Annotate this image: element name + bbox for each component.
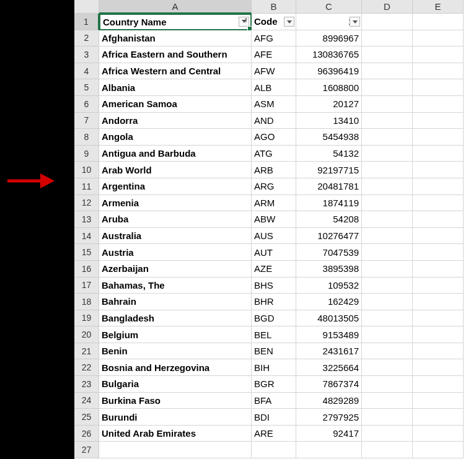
cell[interactable]: Antigua and Barbuda [99, 146, 252, 162]
cell[interactable]: American Samoa [99, 96, 252, 113]
cell[interactable]: 162429 [296, 294, 362, 310]
cell[interactable]: 2431617 [296, 343, 362, 360]
cell[interactable] [413, 244, 464, 261]
cell[interactable] [413, 261, 464, 278]
cell[interactable] [413, 113, 464, 129]
cell[interactable] [362, 359, 413, 376]
cell[interactable] [362, 79, 413, 96]
cell[interactable]: Andorra [99, 113, 252, 129]
cell[interactable]: AGO [252, 129, 296, 146]
cell[interactable] [413, 442, 464, 458]
cell[interactable] [362, 129, 413, 146]
cell[interactable] [362, 278, 413, 294]
cell[interactable] [362, 426, 413, 442]
cell[interactable]: 5454938 [296, 129, 362, 146]
cell[interactable]: Afghanistan [99, 30, 252, 47]
cell[interactable] [413, 294, 464, 310]
cell[interactable]: Bahrain [99, 294, 252, 310]
cell[interactable] [362, 195, 413, 212]
cell[interactable]: Bosnia and Herzegovina [99, 359, 252, 376]
cell[interactable] [413, 146, 464, 162]
cell[interactable]: Bulgaria [99, 376, 252, 393]
cell[interactable]: BFA [252, 393, 296, 409]
cell[interactable] [413, 211, 464, 228]
cell[interactable]: AFW [252, 63, 296, 80]
cell[interactable]: BGR [252, 376, 296, 393]
cell[interactable] [252, 442, 296, 458]
cell[interactable] [413, 96, 464, 113]
cell[interactable] [413, 79, 464, 96]
cell-b1[interactable]: Code [252, 14, 296, 30]
cell[interactable] [413, 129, 464, 146]
cell[interactable] [296, 442, 362, 458]
row-header[interactable]: 18 [74, 294, 99, 310]
row-header[interactable]: 8 [74, 129, 99, 146]
cell[interactable]: AUS [252, 228, 296, 245]
cell-a1[interactable]: Country Name [99, 14, 252, 30]
cell[interactable]: 7047539 [296, 244, 362, 261]
column-header-c[interactable]: C [296, 0, 362, 14]
cell[interactable]: 54208 [296, 211, 362, 228]
column-header-e[interactable]: E [413, 0, 464, 14]
cell[interactable] [362, 178, 413, 195]
cell[interactable] [362, 96, 413, 113]
filter-sort-button[interactable] [239, 17, 249, 27]
cell[interactable]: 10276477 [296, 228, 362, 245]
cell[interactable] [362, 30, 413, 47]
cell[interactable] [362, 63, 413, 80]
cell[interactable]: Armenia [99, 195, 252, 212]
cell[interactable] [413, 63, 464, 80]
row-header[interactable]: 23 [74, 376, 99, 393]
cell[interactable]: 48013505 [296, 310, 362, 327]
cell[interactable] [362, 228, 413, 245]
cell[interactable] [362, 162, 413, 178]
cell[interactable] [413, 30, 464, 47]
row-header[interactable]: 13 [74, 211, 99, 228]
row-header[interactable]: 14 [74, 228, 99, 245]
cell[interactable]: 9153489 [296, 326, 362, 343]
cell[interactable]: Belgium [99, 326, 252, 343]
filter-dropdown-button[interactable] [350, 17, 360, 27]
cell[interactable]: Argentina [99, 178, 252, 195]
cell[interactable]: 3225664 [296, 359, 362, 376]
cell[interactable] [413, 162, 464, 178]
row-header[interactable]: 21 [74, 343, 99, 360]
row-header[interactable]: 26 [74, 426, 99, 442]
cell[interactable] [413, 343, 464, 360]
cell[interactable] [362, 442, 413, 458]
cell[interactable]: Africa Eastern and Southern [99, 46, 252, 63]
row-header[interactable]: 7 [74, 113, 99, 129]
cell[interactable] [362, 294, 413, 310]
cell[interactable]: AZE [252, 261, 296, 278]
cell[interactable]: 7867374 [296, 376, 362, 393]
cell[interactable] [362, 409, 413, 426]
cell[interactable]: Angola [99, 129, 252, 146]
cell[interactable]: 54132 [296, 146, 362, 162]
cell[interactable]: United Arab Emirates [99, 426, 252, 442]
cell[interactable]: 1608800 [296, 79, 362, 96]
row-header[interactable]: 25 [74, 409, 99, 426]
cell[interactable]: 3895398 [296, 261, 362, 278]
cell[interactable] [99, 442, 252, 458]
cell[interactable] [362, 146, 413, 162]
column-header-b[interactable]: B [252, 0, 296, 14]
cell[interactable] [413, 310, 464, 327]
cell[interactable]: Azerbaijan [99, 261, 252, 278]
cell[interactable] [413, 409, 464, 426]
cell[interactable]: ARM [252, 195, 296, 212]
cell[interactable]: 4829289 [296, 393, 362, 409]
cell[interactable]: BEN [252, 343, 296, 360]
row-header[interactable]: 19 [74, 310, 99, 327]
row-header[interactable]: 3 [74, 46, 99, 63]
cell[interactable]: ALB [252, 79, 296, 96]
row-header[interactable]: 9 [74, 146, 99, 162]
cell[interactable]: BIH [252, 359, 296, 376]
row-header[interactable]: 10 [74, 162, 99, 178]
cell[interactable] [413, 178, 464, 195]
cell[interactable]: 130836765 [296, 46, 362, 63]
cell[interactable]: 109532 [296, 278, 362, 294]
cell[interactable] [413, 195, 464, 212]
filter-dropdown-button[interactable] [284, 17, 294, 27]
cell[interactable]: Bangladesh [99, 310, 252, 327]
cell[interactable]: AND [252, 113, 296, 129]
